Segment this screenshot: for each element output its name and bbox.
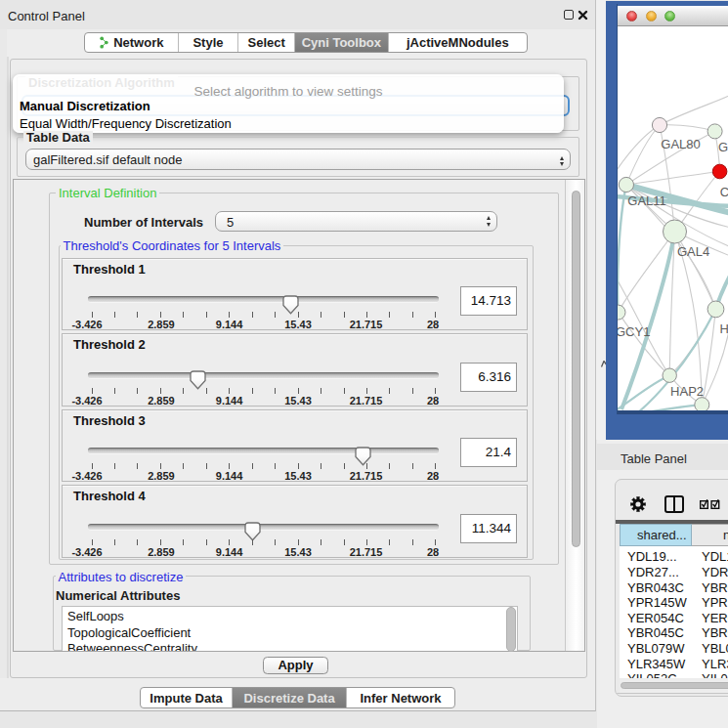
- svg-text:HIS4: HIS4: [720, 321, 728, 336]
- svg-text:G...: G...: [718, 140, 728, 154]
- svg-text:GAL4: GAL4: [677, 244, 709, 259]
- svg-text:HAP2: HAP2: [670, 384, 704, 399]
- svg-text:GAL11: GAL11: [627, 193, 666, 208]
- svg-text:GAL80: GAL80: [661, 137, 700, 151]
- svg-text:GCY1: GCY1: [618, 324, 650, 339]
- svg-text:C...: C...: [720, 185, 728, 199]
